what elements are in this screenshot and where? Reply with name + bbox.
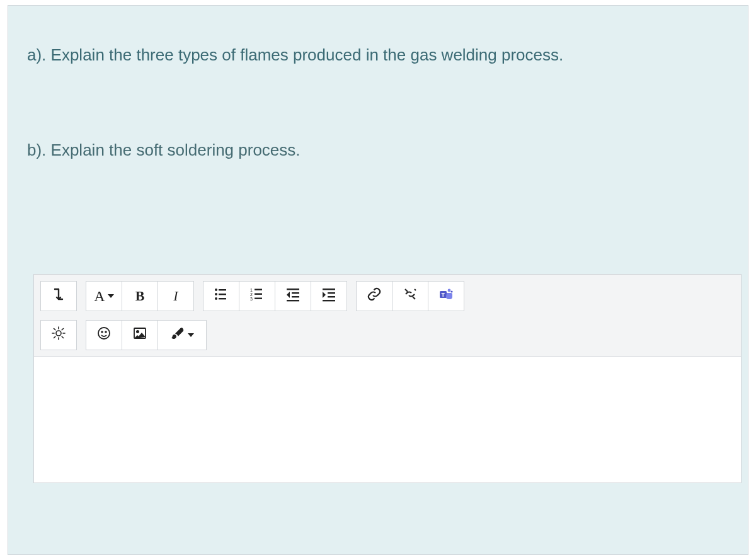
svg-line-35 bbox=[62, 336, 63, 338]
rich-text-editor: A B I bbox=[33, 274, 742, 483]
font-color-label: A bbox=[94, 288, 105, 305]
expand-icon bbox=[51, 287, 66, 306]
svg-rect-7 bbox=[255, 289, 262, 290]
svg-point-2 bbox=[215, 293, 217, 295]
svg-text:3: 3 bbox=[250, 297, 253, 301]
svg-rect-9 bbox=[255, 294, 262, 295]
svg-rect-17 bbox=[323, 289, 335, 290]
decrease-indent-button[interactable] bbox=[275, 281, 311, 311]
svg-point-4 bbox=[215, 297, 217, 300]
font-color-button[interactable]: A bbox=[86, 281, 122, 311]
remove-link-button[interactable] bbox=[392, 281, 428, 311]
expand-toolbar-button[interactable] bbox=[40, 281, 77, 311]
svg-rect-18 bbox=[328, 292, 335, 294]
question-b: b). Explain the soft soldering process. bbox=[27, 139, 729, 161]
svg-line-37 bbox=[62, 329, 63, 330]
svg-line-36 bbox=[54, 336, 55, 338]
draw-button[interactable] bbox=[158, 320, 207, 350]
question-panel: a). Explain the three types of flames pr… bbox=[8, 5, 748, 555]
svg-line-24 bbox=[415, 289, 416, 290]
svg-rect-3 bbox=[219, 294, 226, 295]
increase-indent-button[interactable] bbox=[311, 281, 347, 311]
svg-rect-11 bbox=[255, 298, 262, 299]
svg-line-34 bbox=[54, 329, 55, 330]
svg-point-38 bbox=[98, 328, 110, 339]
svg-point-0 bbox=[215, 289, 217, 291]
outdent-icon bbox=[285, 287, 301, 306]
sun-icon bbox=[51, 326, 66, 345]
svg-rect-13 bbox=[292, 292, 299, 294]
svg-point-39 bbox=[101, 331, 103, 333]
brush-icon bbox=[170, 326, 185, 345]
smile-icon bbox=[96, 326, 112, 345]
caret-down-icon bbox=[108, 294, 114, 298]
italic-label: I bbox=[173, 288, 178, 304]
svg-point-28 bbox=[450, 290, 452, 292]
teams-icon: T bbox=[438, 287, 454, 306]
insert-image-button[interactable] bbox=[122, 320, 158, 350]
question-a: a). Explain the three types of flames pr… bbox=[27, 43, 729, 66]
svg-line-23 bbox=[413, 297, 415, 299]
svg-rect-1 bbox=[219, 289, 226, 290]
svg-rect-19 bbox=[328, 296, 335, 297]
question-text-area: a). Explain the three types of flames pr… bbox=[8, 6, 748, 181]
svg-rect-14 bbox=[292, 296, 299, 297]
svg-rect-5 bbox=[219, 298, 226, 299]
italic-button[interactable]: I bbox=[158, 281, 194, 311]
svg-rect-15 bbox=[287, 300, 299, 301]
svg-text:1: 1 bbox=[250, 288, 253, 292]
svg-line-22 bbox=[405, 289, 408, 292]
svg-marker-21 bbox=[323, 292, 326, 298]
editor-toolbar: A B I bbox=[33, 274, 742, 357]
indent-icon bbox=[321, 287, 336, 306]
toolbar-row-1: A B I bbox=[40, 281, 735, 311]
unlink-icon bbox=[403, 287, 418, 306]
math-button[interactable] bbox=[40, 320, 77, 350]
insert-link-button[interactable] bbox=[356, 281, 392, 311]
svg-rect-12 bbox=[287, 289, 299, 290]
link-icon bbox=[367, 287, 382, 306]
bold-button[interactable]: B bbox=[122, 281, 158, 311]
editor-content-area[interactable] bbox=[33, 357, 742, 483]
bold-label: B bbox=[135, 288, 145, 304]
number-list-icon: 1 2 3 bbox=[249, 287, 265, 306]
caret-down-icon bbox=[188, 333, 194, 337]
svg-point-27 bbox=[448, 289, 451, 292]
svg-rect-20 bbox=[323, 300, 335, 301]
image-icon bbox=[132, 326, 147, 345]
teams-button[interactable]: T bbox=[428, 281, 464, 311]
emoji-button[interactable] bbox=[86, 320, 122, 350]
bullet-list-icon bbox=[214, 287, 229, 306]
svg-text:2: 2 bbox=[250, 292, 253, 297]
svg-point-40 bbox=[105, 331, 106, 333]
svg-marker-16 bbox=[287, 292, 290, 298]
svg-point-29 bbox=[56, 331, 61, 336]
svg-text:T: T bbox=[442, 292, 445, 298]
svg-point-42 bbox=[137, 331, 139, 333]
bullet-list-button[interactable] bbox=[203, 281, 239, 311]
toolbar-row-2 bbox=[40, 320, 735, 350]
number-list-button[interactable]: 1 2 3 bbox=[239, 281, 275, 311]
